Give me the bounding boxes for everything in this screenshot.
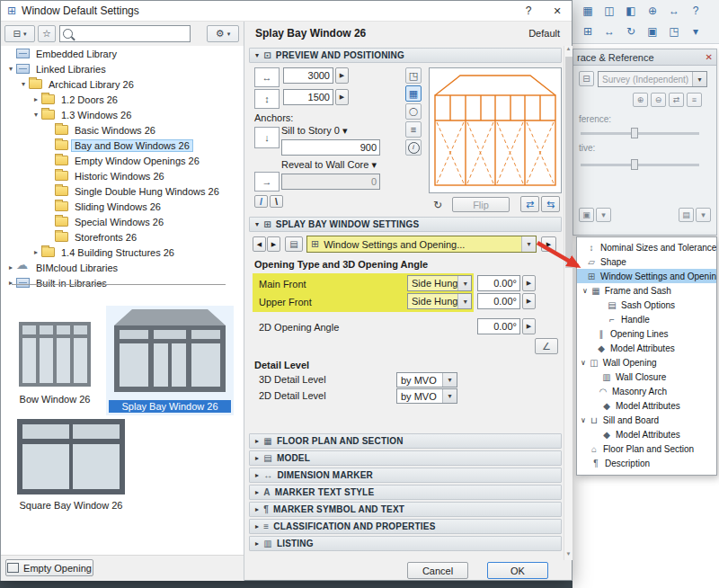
settings-panel-select[interactable]: ⊞ Window Settings and Opening... ▾ [306, 236, 537, 253]
menu-handle[interactable]: ⌐ Handle [577, 312, 716, 326]
tree-expander[interactable]: ▾ [5, 65, 16, 73]
angle-tool-button[interactable]: ∠ [535, 338, 558, 354]
tree-expander[interactable]: ▸ [31, 248, 41, 256]
corner-icon[interactable]: ◳ [664, 22, 684, 40]
tree-item[interactable]: ▸ 1.4 Building Structures 26 [1, 245, 244, 260]
section-model[interactable]: ▸ ▤ MODEL [249, 450, 562, 466]
swap-icon[interactable]: ⇄ [669, 93, 684, 107]
dialog-titlebar[interactable]: ⊞ Window Default Settings ? ✕ [1, 1, 572, 22]
view-mode-button[interactable]: ⊟ ▾ [4, 25, 35, 42]
rotate-view-button[interactable]: ↻ [429, 197, 447, 212]
favorites-button[interactable]: ☆ [38, 25, 56, 42]
upper-front-select[interactable]: Side Hung ▾ [407, 293, 472, 309]
section-view-button[interactable]: ≡ [405, 121, 422, 138]
menu-opening-lines[interactable]: ∥ Opening Lines [577, 326, 716, 341]
section-splay-bay-window-settings[interactable]: ▾ ⊞ SPLAY BAY WINDOW SETTINGS [249, 217, 562, 232]
settings-gear-button[interactable]: ⚙ ▾ [207, 25, 239, 42]
tree-expander[interactable]: ▸ [5, 263, 16, 272]
section-dimension-marker[interactable]: ▸ ↔ DIMENSION MARKER [249, 468, 562, 483]
prev-panel-button[interactable]: ◀ [253, 236, 266, 252]
active-slider[interactable] [581, 164, 699, 166]
detail-2d-select[interactable]: by MVO ▾ [396, 388, 457, 404]
tree-item[interactable]: Historic Windows 26 [1, 168, 244, 183]
menu-expander[interactable]: ∨ [581, 416, 586, 424]
tree-expander[interactable]: ▾ [31, 111, 41, 119]
tree-item[interactable]: Sliding Windows 26 [1, 199, 244, 214]
section-marker-text-style[interactable]: ▸ A MARKER TEXT STYLE [249, 485, 562, 500]
menu-wall-closure[interactable]: ▥ Wall Closure [577, 370, 716, 384]
width-input[interactable]: 3000 [283, 67, 333, 84]
model-view-button[interactable]: ◯ [405, 103, 422, 120]
tree-item[interactable]: Empty Window Openings 26 [1, 153, 244, 168]
tree-item[interactable]: ▸ Built-in Libraries [1, 275, 244, 290]
mini-toggle-1[interactable]: / [254, 195, 268, 208]
mirror-x-button[interactable]: ⇄ [520, 196, 539, 212]
tree-item[interactable]: Special Windows 26 [1, 214, 244, 229]
scroll-down-icon[interactable]: ▼ [564, 551, 573, 560]
add-icon[interactable]: ⊕ [633, 93, 648, 107]
menu-icon[interactable]: ≡ [687, 93, 702, 107]
main-front-spin-button[interactable]: ▶ [522, 275, 536, 291]
tree-item[interactable]: Bay and Bow Windows 26 [1, 138, 244, 153]
menu-floor-plan-and-section[interactable]: ⌂ Floor Plan and Section [577, 441, 716, 456]
mirror-y-button[interactable]: ⇆ [541, 196, 560, 212]
section-marker-symbol-and-text[interactable]: ▸ ¶ MARKER SYMBOL AND TEXT [249, 502, 562, 517]
menu-frame-and-sash[interactable]: ∨ ▦ Frame and Sash [577, 283, 716, 298]
reveal-select[interactable]: Reveal to Wall Core ▾ [281, 159, 398, 172]
angle-2d-input[interactable]: 0.00° [477, 318, 520, 334]
grid-icon[interactable]: ▦ [578, 2, 598, 20]
reference-slider[interactable] [581, 132, 699, 135]
menu-shape[interactable]: ▱ Shape [577, 254, 716, 269]
thumbnail-square-bay-window[interactable]: Square Bay Window 26 [13, 415, 129, 516]
window-tool-icon[interactable]: ⊞ [578, 22, 598, 40]
cancel-button[interactable]: Cancel [407, 562, 468, 579]
pick-reference-button[interactable]: ⊟ [579, 71, 594, 86]
caret-icon[interactable]: ▾ [696, 208, 711, 222]
search-input[interactable] [77, 28, 187, 40]
help-button[interactable]: ? [514, 1, 543, 21]
sill-anchor-select[interactable]: Sill to Story 0 ▾ [281, 125, 389, 138]
expand-panel-button[interactable]: ▶ [541, 236, 556, 252]
tree-expander[interactable]: ▸ [31, 95, 41, 103]
tree-item[interactable]: ▾ 1.3 Windows 26 [1, 107, 244, 122]
tree-item[interactable]: ▾ Archicad Library 26 [1, 76, 244, 92]
tree-expander[interactable]: ▸ [5, 279, 16, 287]
search-box[interactable] [59, 25, 191, 42]
tree-item[interactable]: Basic Windows 26 [1, 122, 244, 138]
main-scrollbar[interactable]: ▲ ▼ [564, 46, 573, 560]
height-spin-button[interactable]: ▶ [335, 89, 349, 105]
scroll-up-icon[interactable]: ▲ [564, 46, 573, 55]
active-slider-handle[interactable] [631, 159, 638, 170]
tree-item[interactable]: ▾ Linked Libraries [1, 61, 244, 76]
menu-model-attributes[interactable]: ◆ Model Attributes [577, 427, 716, 441]
menu-sash-options[interactable]: ▤ Sash Options [577, 298, 716, 312]
tree-item[interactable]: Embedded Library [1, 46, 244, 61]
reference-source-select[interactable]: Survey (Independent) ▾ [598, 71, 707, 87]
menu-nominal-sizes-and-tolerance[interactable]: ↕ Nominal Sizes and Tolerance [577, 240, 716, 254]
close-button[interactable]: ✕ [543, 1, 572, 21]
caret-icon[interactable]: ▾ [596, 208, 611, 222]
layers-icon[interactable]: ▣ [579, 208, 594, 222]
menu-expander[interactable]: ∨ [581, 359, 586, 367]
default-selector[interactable]: Default [504, 28, 560, 39]
axo-view-button[interactable]: ◳ [405, 67, 422, 84]
section-listing[interactable]: ▸ ▥ LISTING [249, 536, 562, 551]
caret-icon[interactable]: ▾ [686, 22, 706, 40]
menu-window-settings-and-opening[interactable]: ⊞ Window Settings and Opening [577, 269, 716, 283]
ok-button[interactable]: OK [487, 562, 548, 579]
help-icon[interactable]: ? [686, 2, 706, 20]
move-icon[interactable]: ↔ [599, 22, 619, 40]
palette-titlebar[interactable]: race & Reference ✕ [573, 49, 716, 66]
front-view-button[interactable]: ▦ [405, 85, 422, 102]
detail-3d-select[interactable]: by MVO ▾ [396, 372, 457, 388]
arrows-icon[interactable]: ↔ [664, 2, 684, 20]
width-spin-button[interactable]: ▶ [335, 67, 349, 84]
tree-item[interactable]: ▸ 1.2 Doors 26 [1, 92, 244, 107]
upper-front-spin-button[interactable]: ▶ [522, 293, 536, 309]
menu-description[interactable]: ¶ Description [577, 456, 716, 470]
preview-box[interactable] [429, 67, 562, 193]
menu-wall-opening[interactable]: ∨ ◫ Wall Opening [577, 355, 716, 370]
columns-icon[interactable]: ◫ [599, 2, 619, 20]
menu-model-attributes[interactable]: ◆ Model Attributes [577, 341, 716, 355]
section-preview-and-positioning[interactable]: ▾ ⊡ PREVIEW AND POSITIONING [249, 48, 562, 63]
